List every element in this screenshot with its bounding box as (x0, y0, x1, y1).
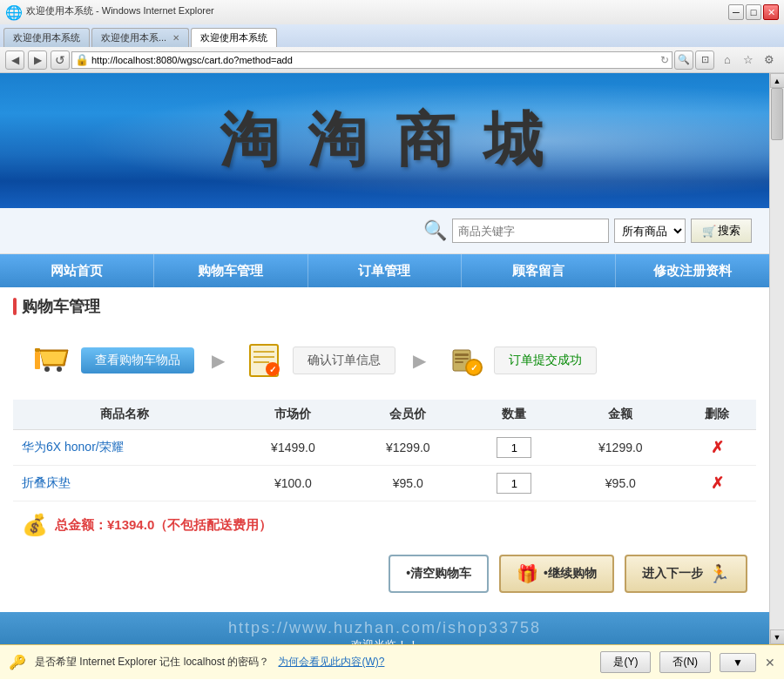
continue-shopping-button[interactable]: 🎁 •继续购物 (499, 555, 614, 593)
browser-icon: 🌐 (5, 4, 23, 21)
title-bar: 🌐 欢迎使用本系统 - Windows Internet Explorer ─ … (0, 0, 784, 24)
nav-cart[interactable]: 购物车管理 (154, 254, 308, 287)
site-title: 淘 淘 商 城 (220, 101, 550, 180)
col-header-qty: 数量 (465, 400, 563, 430)
gear-icon[interactable]: ⚙ (760, 50, 779, 70)
cart-table: 商品名称 市场价 会员价 数量 金额 删除 华为6X honor/荣耀 ¥149… (13, 400, 756, 501)
next-step-button[interactable]: 进入下一步 🏃 (625, 555, 747, 593)
view-cart-button[interactable]: 查看购物车物品 (81, 347, 194, 374)
qty-input-2[interactable] (497, 473, 531, 494)
svg-rect-14 (455, 358, 469, 360)
market-price-1: ¥1499.0 (235, 430, 350, 466)
tab-2-close[interactable]: ✕ (172, 33, 179, 43)
col-header-delete: 删除 (678, 400, 756, 430)
nav-profile[interactable]: 修改注册资料 (616, 254, 769, 287)
refresh-button[interactable]: ↺ (51, 50, 70, 70)
scroll-up-button[interactable]: ▲ (770, 73, 785, 88)
search-btn-icon: 🛒 (702, 225, 716, 238)
nav-messages[interactable]: 顾客留言 (462, 254, 616, 287)
svg-rect-13 (455, 353, 469, 356)
nav-orders[interactable]: 订单管理 (308, 254, 463, 287)
continue-icon: 🎁 (517, 563, 538, 584)
delete-2[interactable]: ✗ (678, 466, 756, 501)
forward-button[interactable]: ▶ (28, 50, 47, 70)
delete-button-2[interactable]: ✗ (711, 475, 724, 492)
compat-icon[interactable]: ⊡ (695, 50, 714, 70)
action-buttons: •清空购物车 🎁 •继续购物 进入下一步 🏃 (13, 544, 756, 603)
amount-1: ¥1299.0 (563, 430, 678, 466)
quantity-1[interactable] (465, 430, 563, 466)
table-row: 折叠床垫 ¥100.0 ¥95.0 ¥95.0 ✗ (13, 466, 756, 501)
scroll-down-button[interactable]: ▼ (770, 629, 785, 644)
steps-area: 查看购物车物品 ▶ ✓ (13, 330, 756, 391)
page-content: 淘 淘 商 城 🔍 所有商品 🛒 搜索 网站首页 购物车管理 订单管理 (0, 73, 769, 644)
scroll-thumb[interactable] (771, 88, 783, 140)
step-3: ✓ 订单提交成功 (443, 339, 597, 382)
category-select[interactable]: 所有商品 (614, 219, 686, 243)
no-button[interactable]: 否(N) (659, 651, 711, 673)
svg-text:✓: ✓ (470, 363, 477, 373)
svg-rect-15 (455, 361, 463, 363)
svg-point-4 (44, 367, 50, 372)
quantity-2[interactable] (465, 466, 563, 501)
col-header-market: 市场价 (235, 400, 350, 430)
tab-1[interactable]: 欢迎使用本系统 (3, 28, 90, 47)
window-controls: 🌐 欢迎使用本系统 - Windows Internet Explorer (5, 4, 214, 21)
search-button[interactable]: 🛒 搜索 (691, 219, 752, 243)
search-bar: 🔍 所有商品 🛒 搜索 (0, 208, 769, 254)
nav-bar: 网站首页 购物车管理 订单管理 顾客留言 修改注册资料 (0, 254, 769, 287)
minimize-button[interactable]: ─ (728, 4, 744, 20)
home-icon[interactable]: ⌂ (718, 50, 737, 70)
product-name-1: 华为6X honor/荣耀 (13, 430, 235, 466)
close-button[interactable]: ✕ (763, 4, 779, 20)
password-bar: 🔑 是否希望 Internet Explorer 记住 localhost 的密… (0, 644, 784, 679)
market-price-2: ¥100.0 (235, 466, 350, 501)
svg-text:✓: ✓ (269, 365, 276, 374)
scroll-track[interactable] (770, 88, 784, 629)
lock-icon: 🔒 (75, 53, 89, 66)
search-input[interactable] (452, 219, 609, 243)
delete-1[interactable]: ✗ (678, 430, 756, 466)
back-button[interactable]: ◀ (5, 50, 24, 70)
clear-cart-button[interactable]: •清空购物车 (389, 555, 489, 593)
star-icon[interactable]: ☆ (739, 50, 758, 70)
site-footer: https://www.huzhan.com/ishop33758 欢迎光临！！ (0, 612, 769, 644)
tab-3[interactable]: 欢迎使用本系统 (191, 28, 277, 47)
refresh-icon: ↻ (660, 54, 669, 66)
cart-icon (30, 339, 74, 382)
address-input[interactable] (71, 51, 672, 69)
product-link-2[interactable]: 折叠床垫 (22, 475, 71, 489)
product-name-2: 折叠床垫 (13, 466, 235, 501)
member-price-1: ¥1299.0 (350, 430, 465, 466)
site-header: 淘 淘 商 城 (0, 73, 769, 208)
toolbar-icons: ⌂ ☆ ⚙ (718, 50, 779, 70)
delete-button-1[interactable]: ✗ (711, 439, 724, 456)
submit-icon: ✓ (443, 339, 487, 382)
nav-home[interactable]: 网站首页 (0, 254, 154, 287)
total-text: 总金额：¥1394.0（不包括配送费用） (55, 517, 272, 534)
close-bar-button[interactable]: ✕ (765, 656, 775, 670)
step-arrow-1: ▶ (212, 350, 225, 371)
order-icon: ✓ (242, 339, 286, 382)
col-header-name: 商品名称 (13, 400, 235, 430)
search-bar-icon[interactable]: 🔍 (674, 50, 693, 70)
svg-rect-0 (35, 348, 40, 352)
section-title: 购物车管理 (13, 296, 756, 317)
col-header-member: 会员价 (350, 400, 465, 430)
qty-input-1[interactable] (497, 437, 531, 458)
money-icon: 💰 (22, 513, 48, 537)
password-bar-link[interactable]: 为何会看见此内容(W)? (278, 656, 384, 668)
step-2: ✓ 确认订单信息 (242, 339, 395, 382)
col-header-amount: 金额 (563, 400, 678, 430)
scrollbar: ▲ ▼ (769, 73, 784, 644)
password-bar-icon: 🔑 (9, 654, 26, 670)
yes-button[interactable]: 是(Y) (600, 651, 651, 673)
page-area: 淘 淘 商 城 🔍 所有商品 🛒 搜索 网站首页 购物车管理 订单管理 (0, 73, 784, 644)
dropdown-button[interactable]: ▼ (720, 653, 756, 672)
product-link-1[interactable]: 华为6X honor/荣耀 (22, 440, 124, 454)
footer-text: 欢迎光临！！ (7, 637, 762, 644)
maximize-button[interactable]: □ (746, 4, 761, 20)
total-row: 💰 总金额：¥1394.0（不包括配送费用） (13, 506, 756, 544)
table-row: 华为6X honor/荣耀 ¥1499.0 ¥1299.0 ¥1299.0 ✗ (13, 430, 756, 466)
tab-2[interactable]: 欢迎使用本系... ✕ (91, 28, 189, 47)
